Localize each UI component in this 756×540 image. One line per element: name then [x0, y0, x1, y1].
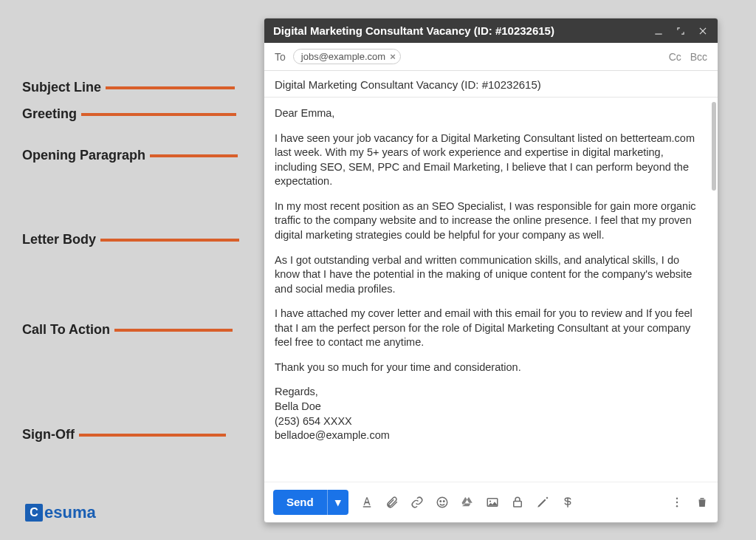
compose-header: Digital Marketing Consultant Vacancy (ID… — [264, 18, 718, 43]
logo-text: esuma — [44, 503, 96, 522]
anno-letter-body: Letter Body — [22, 232, 96, 247]
para-opening: I have seen your job vacancy for a Digit… — [275, 131, 704, 189]
para-body-1: In my most recent position as an SEO Spe… — [275, 199, 704, 243]
svg-point-11 — [676, 502, 678, 503]
cc-button[interactable]: Cc — [669, 51, 681, 63]
email-body[interactable]: Dear Emma, I have seen your job vacancy … — [264, 98, 718, 482]
svg-rect-3 — [362, 506, 371, 507]
anno-call-to-action: Call To Action — [22, 322, 110, 338]
recipient-chip[interactable]: jobs@example.com × — [293, 49, 401, 64]
dollar-icon[interactable] — [561, 496, 574, 509]
svg-rect-0 — [655, 33, 662, 34]
svg-point-5 — [440, 501, 441, 502]
anno-opening-paragraph: Opening Paragraph — [22, 148, 145, 163]
para-signoff: Regards, Bella Doe (253) 654 XXXX bellad… — [275, 385, 704, 442]
more-icon[interactable] — [670, 496, 684, 509]
send-button[interactable]: Send — [273, 490, 327, 515]
svg-point-12 — [676, 505, 678, 507]
subject-input[interactable]: Digital Marketing Consultant Vacancy (ID… — [264, 71, 718, 98]
window-title: Digital Marketing Consultant Vacancy (ID… — [273, 24, 642, 37]
svg-point-8 — [489, 500, 491, 502]
attach-icon[interactable] — [385, 496, 399, 509]
para-thanks: Thank you so much for your time and cons… — [275, 360, 704, 375]
trash-icon[interactable] — [695, 496, 709, 509]
para-greeting: Dear Emma, — [275, 106, 704, 121]
close-icon[interactable] — [697, 25, 709, 37]
compose-toolbar: Send ▾ — [264, 482, 718, 522]
recipient-email: jobs@example.com — [301, 51, 385, 62]
minimize-icon[interactable] — [653, 25, 664, 37]
link-icon[interactable] — [410, 496, 424, 509]
anno-sign-off: Sign-Off — [22, 427, 75, 442]
anno-greeting: Greeting — [22, 106, 77, 122]
svg-rect-9 — [513, 502, 521, 507]
para-body-2: As I got outstanding verbal and written … — [275, 253, 704, 297]
remove-recipient-icon[interactable]: × — [390, 51, 396, 62]
send-button-group: Send ▾ — [273, 490, 348, 515]
recipients-row[interactable]: To jobs@example.com × Cc Bcc — [264, 43, 718, 71]
to-label: To — [275, 51, 286, 63]
svg-point-6 — [443, 501, 444, 502]
drive-icon[interactable] — [461, 496, 474, 509]
logo-mark: C — [25, 504, 43, 522]
anno-subject-line: Subject Line — [22, 80, 101, 95]
compose-window: Digital Marketing Consultant Vacancy (ID… — [264, 18, 718, 523]
svg-point-10 — [676, 498, 678, 499]
pen-icon[interactable] — [536, 496, 549, 509]
bcc-button[interactable]: Bcc — [690, 51, 707, 63]
send-options-caret[interactable]: ▾ — [327, 490, 348, 515]
confidential-icon[interactable] — [511, 496, 524, 509]
svg-point-4 — [437, 497, 447, 507]
emoji-icon[interactable] — [436, 496, 449, 509]
para-cta: I have attached my cover letter and emai… — [275, 307, 704, 350]
scrollbar[interactable] — [712, 102, 716, 191]
fullscreen-icon[interactable] — [675, 25, 687, 37]
formatting-icon[interactable] — [360, 496, 374, 509]
brand-logo: Cesuma — [25, 503, 96, 522]
image-icon[interactable] — [486, 496, 499, 509]
